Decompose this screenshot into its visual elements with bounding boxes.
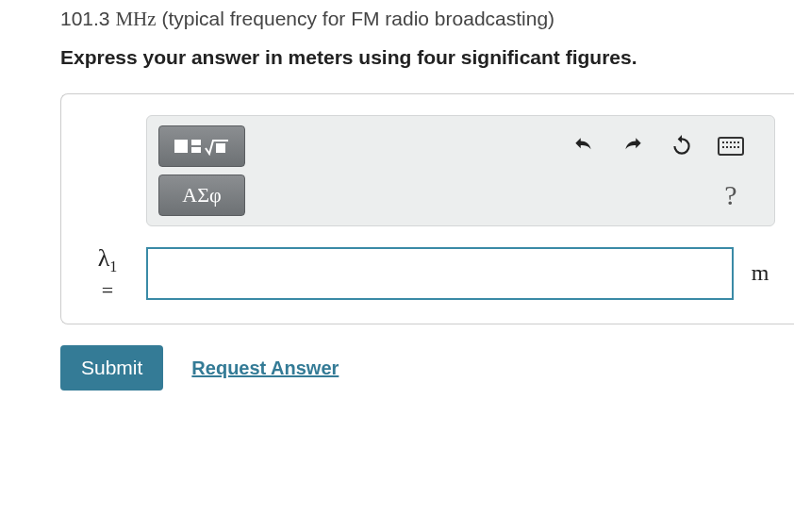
undo-icon — [571, 134, 596, 158]
variable-symbol: λ — [98, 244, 110, 272]
answer-row: λ1 = m — [80, 243, 775, 303]
reset-icon — [670, 134, 694, 158]
request-answer-link[interactable]: Request Answer — [191, 357, 339, 379]
redo-icon — [620, 134, 645, 158]
help-button[interactable]: ? — [716, 180, 746, 210]
equation-toolbar: ΑΣφ ? — [146, 115, 775, 226]
redo-button[interactable] — [618, 131, 648, 161]
frequency-value: 101.3 — [60, 8, 110, 29]
svg-rect-0 — [216, 143, 225, 153]
keyboard-button[interactable] — [716, 131, 746, 161]
equals-sign: = — [80, 278, 135, 303]
math-templates-icon — [174, 137, 229, 156]
greek-symbols-label: ΑΣφ — [182, 183, 221, 208]
keyboard-icon — [718, 137, 744, 156]
reset-button[interactable] — [667, 131, 697, 161]
answer-panel: ΑΣφ ? λ1 = m — [60, 93, 794, 324]
answer-unit: m — [745, 260, 775, 286]
submit-button[interactable]: Submit — [60, 345, 163, 391]
math-templates-button[interactable] — [158, 125, 245, 167]
instruction-text: Express your answer in meters using four… — [60, 44, 794, 71]
frequency-description: (typical frequency for FM radio broadcas… — [161, 8, 554, 29]
variable-subscript: 1 — [109, 259, 117, 275]
greek-symbols-button[interactable]: ΑΣφ — [158, 175, 245, 216]
undo-button[interactable] — [569, 131, 599, 161]
help-icon: ? — [724, 179, 736, 211]
variable-label: λ1 = — [80, 243, 135, 303]
action-row: Submit Request Answer — [60, 345, 794, 391]
frequency-unit: MHz — [115, 8, 156, 30]
question-text: 101.3 MHz (typical frequency for FM radi… — [60, 8, 794, 31]
answer-input[interactable] — [146, 247, 734, 300]
